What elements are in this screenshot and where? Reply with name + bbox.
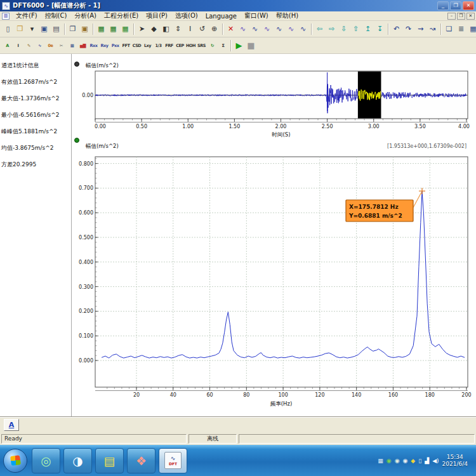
cursor-arrow-button[interactable]: ➤	[136, 23, 148, 35]
energy-icon[interactable]: ◆	[411, 458, 415, 464]
save-file-button[interactable]: ▣	[38, 23, 50, 35]
menu-item-help[interactable]: 帮助(H)	[272, 11, 302, 21]
clock-date: 2021/6/4	[442, 461, 468, 468]
delete-marker-button[interactable]: ✕	[225, 23, 237, 35]
title-bar[interactable]: ∿ DFT6000 - [幅值谱分析 - 1] _ ❐ ✕	[0, 0, 476, 11]
open-dropdown-button[interactable]: ▾	[26, 23, 38, 35]
fft-button[interactable]: FFT	[121, 40, 131, 51]
edit-pencil-button[interactable]: ✎	[23, 40, 34, 51]
report-page-button[interactable]: ❏	[443, 23, 455, 35]
csd-button[interactable]: CSD	[131, 40, 142, 51]
menu-item-control[interactable]: 控制(C)	[41, 11, 71, 21]
auto-scale-button[interactable]: A	[2, 40, 13, 51]
menu-item-window[interactable]: 窗口(W)	[241, 11, 272, 21]
network-icon[interactable]: ▟	[425, 458, 429, 464]
window-layout-1-button[interactable]: ▦	[95, 23, 107, 35]
report-list-button[interactable]: ≣	[455, 23, 467, 35]
channel-indicator-dot	[75, 62, 79, 67]
spectrum-plot-area[interactable]	[95, 157, 468, 387]
window-layout-3-button[interactable]: ▦	[119, 23, 131, 35]
paste-button[interactable]: ▣	[79, 23, 91, 35]
child-restore-button[interactable]: ❐	[457, 13, 465, 20]
cursor-target-button[interactable]: ⊕	[208, 23, 220, 35]
data-table-button[interactable]: ▦	[67, 40, 77, 51]
clipboard-icon[interactable]: ▯	[418, 458, 421, 464]
zoom-out-y-button[interactable]: ⇩	[338, 23, 350, 35]
security-app-button[interactable]: ◎	[32, 448, 60, 473]
child-minimize-button[interactable]: –	[447, 13, 456, 20]
redo-view-button[interactable]: ↷	[402, 23, 414, 35]
expand-x-button[interactable]: ↥	[362, 23, 374, 35]
media-app-button[interactable]: ▤	[95, 448, 124, 473]
undo-view-button[interactable]: ↶	[390, 23, 402, 35]
psd-button[interactable]: Pxx	[110, 40, 121, 51]
srs-button[interactable]: SRS	[196, 40, 207, 51]
child-close-button[interactable]: ✕	[466, 13, 475, 20]
hoh-button[interactable]: HOH	[185, 40, 196, 51]
volume-icon[interactable]: ◀)	[432, 458, 439, 464]
cursor-rotate-button[interactable]: ↺	[196, 23, 208, 35]
menu-item-language[interactable]: Language	[202, 12, 241, 20]
ime-icon[interactable]: ▦	[378, 458, 383, 464]
sum-button[interactable]: Σ	[218, 40, 228, 51]
toolbar-separator	[230, 40, 231, 51]
cepstrum-button[interactable]: CEP	[175, 40, 185, 51]
cursor-updown-button[interactable]: ⇕	[172, 23, 184, 35]
zoom-in-y-button[interactable]: ⇧	[350, 23, 362, 35]
menu-item-file[interactable]: 文件(F)	[12, 11, 41, 21]
report-table-button[interactable]: ▦	[467, 23, 476, 35]
browser-app-button[interactable]: ◑	[63, 448, 92, 473]
clip-wave-button[interactable]: ✂	[56, 40, 67, 51]
loop-button[interactable]: ↻	[207, 40, 218, 51]
tab-a[interactable]: A	[4, 419, 19, 431]
peak-mark-3-button[interactable]: ∿	[261, 23, 273, 35]
open-folder-button[interactable]: ❒	[14, 23, 26, 35]
maximize-button[interactable]: ❐	[450, 1, 461, 10]
copy-button[interactable]: ❐	[67, 23, 79, 35]
coherence-button[interactable]: Lxy	[142, 40, 153, 51]
menu-item-analysis[interactable]: 分析(A)	[70, 11, 100, 21]
print-button[interactable]: ▤	[50, 23, 62, 35]
cursor-i-button[interactable]: I	[13, 40, 23, 51]
run-button[interactable]: ▶	[233, 39, 245, 51]
clock[interactable]: 15:34 2021/6/4	[442, 454, 468, 468]
peak-mark-6-button[interactable]: ∿	[297, 23, 309, 35]
curve-fit-button[interactable]: ⇝	[414, 23, 426, 35]
start-button[interactable]	[3, 449, 27, 473]
pan-left-button[interactable]: ⇦	[314, 23, 326, 35]
svg-text:180: 180	[425, 392, 435, 398]
cursor-diamond-button[interactable]: ◆	[148, 23, 160, 35]
menu-item-engineering-analysis[interactable]: 工程分析(E)	[100, 11, 142, 21]
amplitude-spectrum-chart[interactable]: 幅值(m/s^2)[1.95313e+000,1.67309e-002]0.00…	[72, 136, 476, 416]
cross-correlation-button[interactable]: Rxy	[99, 40, 110, 51]
peak-mark-4-button[interactable]: ∿	[273, 23, 285, 35]
update-icon[interactable]: ◉	[402, 458, 407, 464]
time-waveform-chart[interactable]: 幅值(m/s^2)0.000.000.501.001.502.002.503.0…	[72, 59, 476, 143]
menu-item-options[interactable]: 选项(O)	[171, 11, 202, 21]
shield-icon[interactable]: ◉	[387, 458, 392, 464]
pan-right-button[interactable]: ⇨	[326, 23, 338, 35]
cloud-icon[interactable]: ◉	[395, 458, 400, 464]
peak-mark-5-button[interactable]: ∿	[285, 23, 297, 35]
window-layout-2-button[interactable]: ▦	[107, 23, 119, 35]
cursor-harmonic-button[interactable]: Ⅰ	[184, 23, 196, 35]
trace-tool-button[interactable]: ↝	[426, 23, 439, 35]
stop-button[interactable]: ■	[245, 39, 257, 51]
autocorrelation-button[interactable]: Rxx	[88, 40, 99, 51]
octave-button[interactable]: 1/3	[153, 40, 164, 51]
new-file-button[interactable]: ▯	[2, 23, 14, 35]
compress-x-button[interactable]: ↧	[374, 23, 386, 35]
close-button[interactable]: ✕	[463, 1, 474, 10]
frf-button[interactable]: FRF	[164, 40, 175, 51]
dft-app-button[interactable]: ∿DFT	[159, 448, 187, 473]
minimize-button[interactable]: _	[437, 1, 449, 10]
de-trend-button[interactable]: 0e	[45, 40, 56, 51]
cursor-tooltip[interactable]: X=175.7812 HzY=0.6881 m/s^2	[346, 200, 413, 221]
peak-mark-2-button[interactable]: ∿	[249, 23, 261, 35]
peak-mark-1-button[interactable]: ∿	[237, 23, 249, 35]
histogram-button[interactable]: ▅▇	[77, 40, 88, 51]
cursor-pair-button[interactable]: ◧	[160, 23, 172, 35]
wave-view-button[interactable]: ∿	[34, 40, 45, 51]
menu-item-project[interactable]: 项目(P)	[142, 11, 171, 21]
game-app-button[interactable]: ❖	[127, 448, 155, 473]
